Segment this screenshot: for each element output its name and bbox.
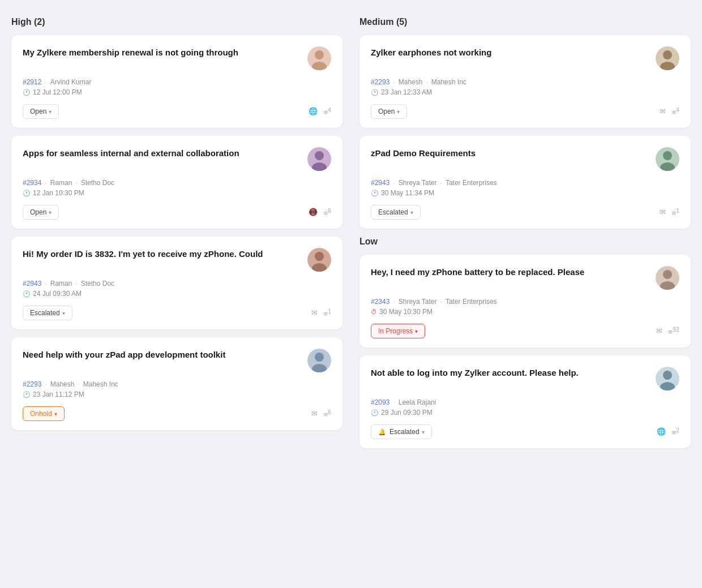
status-label: Onhold [30,410,52,418]
count-badge: ≡1 [671,207,679,217]
card-actions: ✉ ≡1 [660,207,679,217]
date: 29 Jun 09:30 PM [381,409,433,417]
card-header: Need help with your zPad app development… [23,349,331,372]
clock-icon: 🕐 [371,89,379,96]
status-button[interactable]: Escalated ▾ [23,306,72,320]
card-meta: #2293 · Mahesh · Mahesh Inc [371,78,679,86]
card-m2: zPad Demo Requirements #2943 · Shreya Ta… [359,136,691,229]
column-high: High (2) My Zylkere membership renewal i… [11,17,343,456]
column-medium-title: Medium (5) [359,17,691,27]
card-time: 🕐 12 Jul 12:00 PM [23,88,331,96]
status-button[interactable]: In Progress ▾ [371,324,425,338]
svg-point-8 [663,50,672,59]
status-button[interactable]: 🔔 Escalated ▾ [371,424,432,439]
company: Mahesh Inc [431,78,466,86]
caret-icon: ▾ [410,209,413,216]
globe-icon[interactable]: 🌐 [657,427,666,436]
ticket-id: #2293 [371,78,389,86]
count-badge: ≡4 [671,106,679,117]
card-meta: #2093 · Leela Rajani [371,398,679,406]
assignee: Shreya Tater [399,179,437,187]
count-badge: ≡6 [323,207,331,217]
ticket-id: #2343 [371,298,389,306]
kanban-board: High (2) My Zylkere membership renewal i… [11,17,691,456]
card-h1: My Zylkere membership renewal is not goi… [11,35,343,128]
card-meta: #2943 · Raman · Stetho Doc [23,280,331,287]
status-label: Open [30,208,46,216]
avatar [656,367,679,390]
svg-point-4 [315,252,324,261]
avatar [307,147,331,171]
count-badge: ≡1 [323,308,331,318]
card-time: 🕐 23 Jan 12:33 AM [371,88,679,96]
count-badge: ≡6 [323,409,331,419]
caret-icon: ▾ [422,429,425,435]
date: 24 Jul 09:30 AM [33,290,82,298]
caret-icon: ▾ [49,209,52,216]
card-meta: #2943 · Shreya Tater · Tater Enterprises [371,179,679,187]
count: 4 [676,106,679,113]
card-l2: Not able to log into my Zylker account. … [359,355,691,448]
card-h4: Need help with your zPad app development… [11,337,343,430]
svg-point-1 [312,62,327,70]
count: 6 [328,409,331,415]
svg-point-15 [660,382,675,390]
card-actions: ✉ ≡4 [660,106,679,117]
email-icon[interactable]: ✉ [656,327,662,335]
card-meta: #2912 · Arvind Kumar [23,78,331,86]
status-button[interactable]: Open ▾ [23,104,59,119]
svg-point-9 [660,62,675,70]
count-badge: ≡4 [323,106,331,117]
caret-icon: ▾ [62,310,65,316]
svg-point-7 [312,364,327,372]
count: 1 [676,207,679,214]
date: 30 May 10:30 PM [379,308,433,316]
card-footer: In Progress ▾ ✉ ≡92 [371,324,679,338]
globe-icon[interactable]: 🌐 [309,107,318,115]
svg-point-11 [660,162,675,171]
company: Tater Enterprises [446,298,497,306]
status-label: Escalated [30,309,60,317]
avatar [307,349,331,372]
card-actions: ✉ ≡92 [656,326,679,336]
status-button[interactable]: Onhold ▾ [23,406,65,421]
status-button[interactable]: Open ▾ [23,205,59,220]
card-actions: ✉ ≡1 [311,308,331,318]
email-icon[interactable]: ✉ [311,409,318,418]
ticket-id: #2934 [23,179,41,187]
card-meta: #2293 · Mahesh · Mahesh Inc [23,380,331,388]
card-actions: 🌐 ≡2 [657,427,679,437]
phone-icon[interactable]: 📵 [309,208,318,216]
svg-point-10 [663,151,672,160]
svg-point-6 [315,353,324,362]
ticket-id: #2912 [23,78,41,86]
svg-point-14 [663,371,672,380]
date: 30 May 11:34 PM [381,189,434,197]
status-button[interactable]: Escalated ▾ [371,205,421,220]
card-meta: #2343 · Shreya Tater · Tater Enterprises [371,298,679,306]
date: 12 Jul 12:00 PM [33,88,82,96]
assignee: Raman [50,280,72,287]
card-actions: ✉ ≡6 [311,409,331,419]
status-button[interactable]: Open ▾ [371,104,407,119]
svg-point-0 [315,50,324,59]
email-icon[interactable]: ✉ [660,107,666,115]
card-title: Hey, I need my zPhone battery to be repl… [371,266,649,278]
assignee: Mahesh [399,78,423,86]
caret-icon: ▾ [415,328,418,334]
email-icon[interactable]: ✉ [660,208,666,216]
card-footer: Onhold ▾ ✉ ≡6 [23,406,331,421]
card-l1: Hey, I need my zPhone battery to be repl… [359,255,691,347]
card-header: Hey, I need my zPhone battery to be repl… [371,266,679,290]
card-header: Zylker earphones not working [371,46,679,70]
email-icon[interactable]: ✉ [311,308,318,317]
company: Stetho Doc [81,179,114,187]
svg-point-12 [663,270,672,279]
svg-point-3 [312,162,327,171]
assignee: Mahesh [50,380,75,388]
card-title: My Zylkere membership renewal is not goi… [23,46,301,58]
card-time: ⏱ 30 May 10:30 PM [371,308,679,316]
card-time: 🕐 12 Jan 10:30 PM [23,189,331,197]
clock-icon: 🕐 [23,391,31,398]
count: 92 [673,326,679,333]
